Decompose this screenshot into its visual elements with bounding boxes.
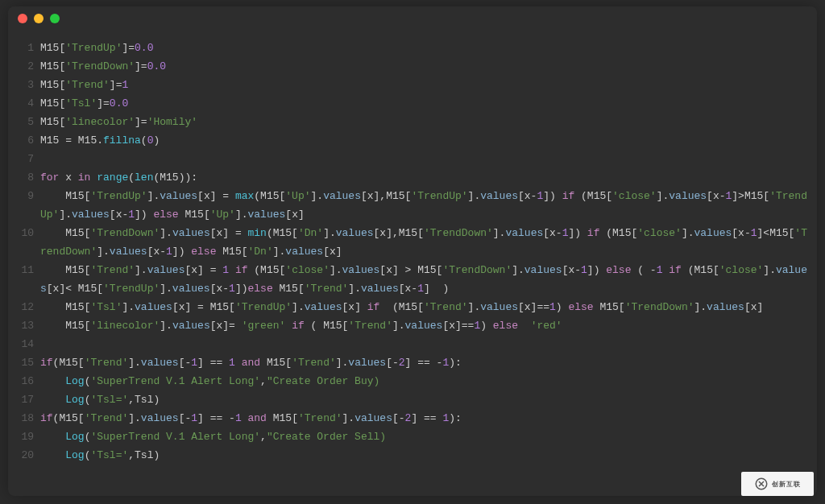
token-number: 1 [191,412,197,424]
token-number: 0.0 [147,60,166,72]
titlebar [8,6,817,31]
line-number: 14 [11,335,40,353]
token-string: 'red' [531,320,562,332]
token-string: 'green' [242,320,286,332]
token-attr: values [141,357,179,369]
token-keyword: else [606,264,631,276]
token-var: ]. [273,246,286,258]
token-string: 'Trend' [65,79,110,91]
token-var: ,Tsl) [128,394,160,406]
token-var: ]. [336,357,349,369]
token-keyword: and [242,357,260,369]
code-content[interactable]: M15['Tsl'].values[x] = M15['TrendUp'].va… [40,298,817,316]
code-content[interactable]: Log('SuperTrend V.1 Alert Long',"Create … [40,372,817,390]
token-number: 1 [122,79,128,91]
code-line: 14 [11,335,817,353]
token-var: (M15[ [248,264,286,276]
token-var: M15[ [273,283,305,295]
token-var: ) [480,320,493,332]
code-content[interactable]: Log('Tsl=',Tsl) [40,390,817,409]
code-content[interactable]: M15['linecolor'].values[x]= 'green' if (… [40,316,817,335]
token-string: 'TrendDown' [65,60,135,72]
token-string: 'close' [285,264,330,276]
code-editor[interactable]: 1M15['TrendUp']=0.02M15['TrendDown']=0.0… [8,39,817,496]
token-var: [- [179,412,192,424]
token-keyword: if [235,264,248,276]
token-var: (M15[ [599,227,637,239]
close-icon[interactable] [18,14,27,23]
token-var: ]. [323,227,336,239]
token-string: 'Homily' [147,116,197,128]
token-var: ]. [330,264,342,276]
token-var: M15[ [260,357,292,369]
token-var [235,357,242,369]
code-content[interactable]: M15['Tsl']=0.0 [40,94,817,113]
zoom-icon[interactable] [50,14,60,23]
token-var: ]. [493,227,506,239]
token-var [40,449,65,461]
code-content[interactable]: Log('Tsl=',Tsl) [40,446,817,465]
token-var: (M15[ [574,190,612,202]
token-var: [x- [518,190,537,202]
token-attr: values [348,357,386,369]
token-var: M15[ [40,79,65,91]
token-attr: values [160,190,197,202]
token-var: ] == - [197,412,235,424]
line-number: 13 [11,316,40,335]
logo-text: 创新互联 [772,480,801,489]
token-var: M15[ [40,264,90,276]
token-var: ]= [122,42,135,54]
token-string: 'close' [637,227,682,239]
token-var: [x- [110,209,128,221]
token-var: ]= [135,116,147,128]
code-line: 3M15['Trend']=1 [11,76,817,94]
code-content[interactable]: M15['TrendUp']=0.0 [40,39,817,57]
token-keyword: if [587,227,600,239]
token-string: 'Trend' [424,301,468,313]
code-content[interactable]: M15['TrendDown'].values[x] = min(M15['Dn… [40,224,817,261]
token-var: x [59,171,77,184]
token-var [40,394,65,406]
line-number: 12 [11,298,40,316]
token-var: ] ) [424,283,449,295]
code-content[interactable]: M15['Trend'].values[x] = 1 if (M15['clos… [40,261,817,298]
token-var: ] == [197,357,229,369]
token-string: 'Trend' [348,320,392,332]
line-number: 6 [11,131,40,150]
token-var: , [260,431,267,443]
token-var: [- [179,357,192,369]
logo-icon [754,477,769,491]
token-attr: values [342,264,380,276]
token-builtin: range [97,171,128,184]
code-content[interactable]: Log('SuperTrend V.1 Alert Long',"Create … [40,428,817,446]
token-var: M15[ [40,97,65,109]
token-attr: values [405,320,443,332]
token-var: [x]== [442,320,474,332]
code-content[interactable]: if(M15['Trend'].values[-1] == 1 and M15[… [40,353,817,372]
code-content[interactable]: if(M15['Trend'].values[-1] == -1 and M15… [40,409,817,428]
token-number: 1 [191,357,197,369]
token-var: ]>M15[ [732,190,769,202]
token-var: ]. [160,227,172,239]
minimize-icon[interactable] [34,14,44,23]
token-attr: values [480,190,518,202]
code-line: 1M15['TrendUp']=0.0 [11,39,817,57]
code-content[interactable]: for x in range(len(M15)): [40,168,817,187]
token-attr: values [172,227,210,239]
token-var: ( - [631,264,656,276]
token-number: 1 [229,357,235,369]
token-var: (M15[ [254,190,285,202]
line-number: 20 [11,446,40,465]
token-attr: values [248,209,286,221]
code-content[interactable]: M15['Trend']=1 [40,76,817,94]
token-var: ): [449,412,462,424]
code-line: 16 Log('SuperTrend V.1 Alert Long',"Crea… [11,372,817,390]
code-line: 13 M15['linecolor'].values[x]= 'green' i… [11,316,817,335]
code-content[interactable]: M15['TrendDown']=0.0 [40,57,817,76]
code-content[interactable]: M15 = M15.fillna(0) [40,131,817,150]
token-var [229,264,235,276]
code-content[interactable]: M15['linecolor']='Homily' [40,113,817,131]
watermark-logo: 创新互联 [741,472,814,496]
code-content[interactable]: M15['TrendUp'].values[x] = max(M15['Up']… [40,187,817,224]
token-var: ]. [694,301,707,313]
